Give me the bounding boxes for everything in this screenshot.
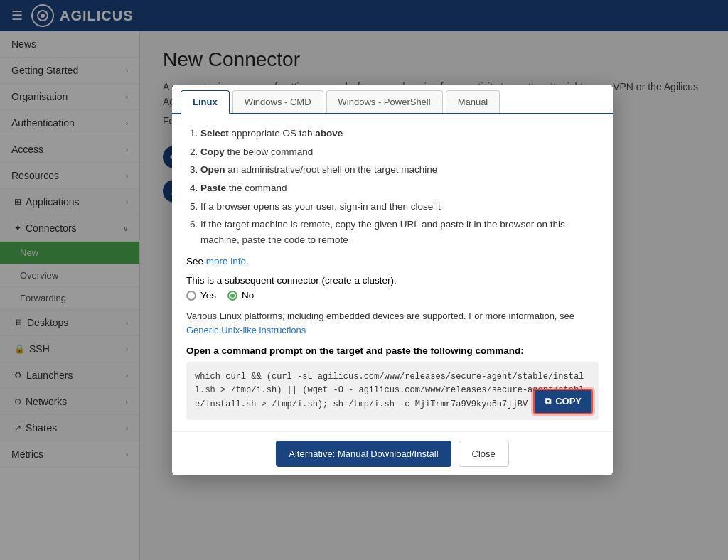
instruction-1: Select appropriate OS tab above bbox=[200, 126, 599, 141]
modal-overlay: Linux Windows - CMD Windows - PowerShell… bbox=[0, 0, 728, 560]
see-more-text: See more info. bbox=[186, 256, 599, 266]
close-modal-button[interactable]: Close bbox=[459, 441, 509, 467]
tab-windows-ps[interactable]: Windows - PowerShell bbox=[326, 90, 443, 113]
command-box: which curl && (curl -sL agilicus.com/www… bbox=[186, 362, 599, 420]
instruction-5: If a browser opens as your user, sign-in… bbox=[200, 199, 599, 215]
instruction-2: Copy the below command bbox=[200, 144, 599, 160]
linux-info-text: Various Linux platforms, including embed… bbox=[186, 309, 599, 337]
instruction-4: Paste the command bbox=[200, 181, 599, 196]
alt-download-button[interactable]: Alternative: Manual Download/Install bbox=[276, 441, 451, 467]
tab-linux[interactable]: Linux bbox=[181, 90, 230, 114]
modal-footer: Alternative: Manual Download/Install Clo… bbox=[172, 431, 613, 475]
modal-tabs: Linux Windows - CMD Windows - PowerShell… bbox=[172, 85, 613, 114]
copy-icon: ⧉ bbox=[545, 396, 551, 407]
tab-windows-cmd[interactable]: Windows - CMD bbox=[232, 90, 323, 113]
install-modal: Linux Windows - CMD Windows - PowerShell… bbox=[172, 85, 613, 475]
instructions-list: Select appropriate OS tab above Copy the… bbox=[186, 126, 599, 247]
more-info-link[interactable]: more info bbox=[206, 256, 246, 266]
generic-unix-link[interactable]: Generic Unix-like instructions bbox=[186, 325, 306, 335]
radio-yes-icon bbox=[186, 291, 196, 301]
cluster-section: This is a subsequent connector (create a… bbox=[186, 275, 599, 301]
modal-body: Select appropriate OS tab above Copy the… bbox=[172, 114, 613, 431]
radio-group: Yes No bbox=[186, 290, 599, 301]
instruction-3: Open an administrative/root shell on the… bbox=[200, 162, 599, 178]
command-label: Open a command prompt on the target and … bbox=[186, 345, 599, 356]
radio-yes-label[interactable]: Yes bbox=[186, 290, 216, 301]
tab-manual[interactable]: Manual bbox=[446, 90, 500, 113]
radio-no-label[interactable]: No bbox=[228, 290, 254, 301]
copy-button[interactable]: ⧉ COPY bbox=[533, 389, 593, 414]
instruction-6: If the target machine is remote, copy th… bbox=[200, 217, 599, 247]
command-text: which curl && (curl -sL agilicus.com/www… bbox=[195, 372, 589, 409]
copy-label: COPY bbox=[555, 396, 582, 406]
radio-no-icon bbox=[228, 291, 237, 301]
